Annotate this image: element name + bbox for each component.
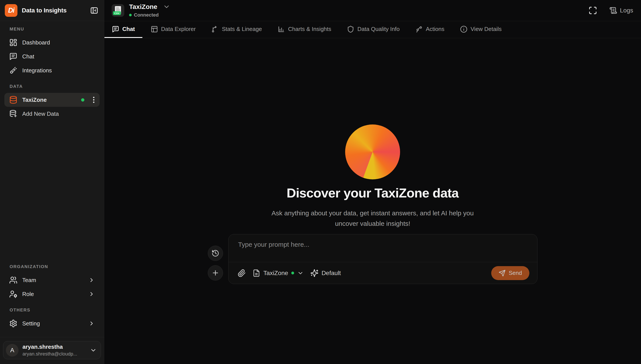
logs-label: Logs xyxy=(620,7,633,14)
section-label-data: DATA xyxy=(10,84,100,89)
app-window: Di Data to Insights MENU Dashboard Chat … xyxy=(0,0,641,364)
model-selector[interactable]: Default xyxy=(310,269,341,277)
sidebar-item-integrations[interactable]: Integrations xyxy=(4,64,100,78)
sidebar-item-setting[interactable]: Setting xyxy=(4,316,100,330)
main-panel: CSV TaxiZone Connected Logs xyxy=(104,0,641,364)
sidebar-nav: MENU Dashboard Chat Integrations DATA Ta… xyxy=(0,21,104,337)
tab-label: Stats & Lineage xyxy=(222,26,262,32)
tab-chat[interactable]: Chat xyxy=(104,21,142,38)
sidebar-item-label: Team xyxy=(22,277,36,284)
section-label-others: OTHERS xyxy=(10,308,100,312)
csv-badge: CSV xyxy=(113,11,121,15)
user-email: aryan.shrestha@cloudp... xyxy=(22,351,86,357)
status-label: Connected xyxy=(134,12,159,18)
data-insights-logo: Di xyxy=(5,4,18,17)
fullscreen-icon[interactable] xyxy=(588,6,597,15)
source-status-dot xyxy=(291,272,294,274)
tab-stats-lineage[interactable]: Stats & Lineage xyxy=(204,21,270,38)
lineage-branch-icon xyxy=(212,26,219,33)
plus-icon xyxy=(212,269,219,277)
history-button[interactable] xyxy=(208,246,223,261)
sidebar-item-label: Role xyxy=(22,291,34,298)
main-header: CSV TaxiZone Connected Logs xyxy=(104,0,641,21)
tab-label: Charts & Insights xyxy=(288,26,331,32)
source-label: TaxiZone xyxy=(264,270,288,276)
kebab-menu-icon[interactable] xyxy=(93,96,95,104)
shield-icon xyxy=(347,26,354,33)
connection-status: Connected xyxy=(129,12,170,18)
dashboard-icon xyxy=(9,38,18,47)
tab-label: Data Explorer xyxy=(161,26,196,32)
tab-charts-insights[interactable]: Charts & Insights xyxy=(270,21,338,38)
tab-data-explorer[interactable]: Data Explorer xyxy=(143,21,203,38)
sidebar-item-label: Setting xyxy=(22,320,40,327)
tab-label: Actions xyxy=(426,26,444,32)
sidebar-item-dashboard[interactable]: Dashboard xyxy=(4,36,100,50)
prompt-input[interactable] xyxy=(228,234,537,262)
tab-label: View Details xyxy=(470,26,502,32)
hero-title: Discover your TaxiZone data xyxy=(287,186,459,200)
chevron-right-icon xyxy=(88,277,95,283)
tab-bar: Chat Data Explorer Stats & Lineage Chart… xyxy=(104,21,641,38)
sidebar-item-role[interactable]: Role xyxy=(4,287,100,301)
sidebar-item-label: Add New Data xyxy=(22,110,59,117)
tab-actions[interactable]: Actions xyxy=(408,21,452,38)
sidebar-item-taxizone[interactable]: TaxiZone xyxy=(4,93,100,107)
user-menu[interactable]: A aryan.shrestha aryan.shrestha@cloudp..… xyxy=(3,341,101,359)
send-label: Send xyxy=(509,270,522,276)
tab-view-details[interactable]: View Details xyxy=(452,21,509,38)
sidebar-item-team[interactable]: Team xyxy=(4,273,100,287)
prompt-toolbar: TaxiZone Default Send xyxy=(228,262,537,284)
info-icon xyxy=(460,26,468,33)
tab-data-quality[interactable]: Data Quality Info xyxy=(340,21,407,38)
table-icon xyxy=(151,26,158,33)
chevron-down-icon xyxy=(90,347,97,354)
prompt-area: TaxiZone Default Send xyxy=(208,234,538,284)
scroll-icon xyxy=(610,6,617,14)
panel-collapse-icon[interactable] xyxy=(90,6,98,14)
tab-label: Data Quality Info xyxy=(357,26,400,32)
sparkles-icon xyxy=(310,269,318,277)
sidebar-header: Di Data to Insights xyxy=(0,0,104,21)
gear-icon xyxy=(9,319,18,328)
actions-branch-icon xyxy=(415,26,423,33)
new-chat-button[interactable] xyxy=(208,265,223,280)
tab-label: Chat xyxy=(122,26,135,32)
chevron-down-icon[interactable] xyxy=(163,3,170,10)
logs-button[interactable]: Logs xyxy=(610,6,633,14)
plug-icon xyxy=(9,66,18,74)
source-selector[interactable]: TaxiZone xyxy=(252,269,304,277)
avatar: A xyxy=(6,344,18,356)
history-icon xyxy=(212,249,219,257)
status-dot xyxy=(129,14,132,16)
hero-subtitle: Ask anything about your data, get instan… xyxy=(269,208,476,229)
sidebar: Di Data to Insights MENU Dashboard Chat … xyxy=(0,0,104,364)
dataset-title: TaxiZone xyxy=(129,3,157,10)
orange-pie-graphic xyxy=(345,124,400,180)
user-name: aryan.shrestha xyxy=(22,344,86,350)
chat-empty-state: Discover your TaxiZone data Ask anything… xyxy=(104,38,641,364)
sidebar-item-label: Dashboard xyxy=(22,39,50,46)
sidebar-item-add-new-data[interactable]: Add New Data xyxy=(4,107,100,121)
chat-bubble-icon xyxy=(9,52,18,60)
brand-title: Data to Insights xyxy=(22,7,90,14)
send-plane-icon xyxy=(499,270,506,276)
bar-chart-icon xyxy=(278,26,285,33)
csv-file-icon: CSV xyxy=(112,4,124,17)
sidebar-item-chat[interactable]: Chat xyxy=(4,50,100,64)
users-icon xyxy=(9,276,18,284)
chevron-down-icon xyxy=(297,270,304,276)
chevron-right-icon xyxy=(88,320,95,327)
connection-status-dot xyxy=(81,98,84,102)
file-text-icon xyxy=(252,269,260,277)
send-button[interactable]: Send xyxy=(491,266,529,280)
prompt-box: TaxiZone Default Send xyxy=(228,234,538,284)
database-icon xyxy=(9,96,18,104)
sidebar-item-label: Chat xyxy=(22,53,34,60)
user-gear-icon xyxy=(9,290,18,298)
paperclip-icon[interactable] xyxy=(238,269,246,277)
sidebar-item-label: TaxiZone xyxy=(22,96,47,103)
sidebar-user-area: A aryan.shrestha aryan.shrestha@cloudp..… xyxy=(0,337,104,364)
chat-bubble-icon xyxy=(112,26,119,33)
model-label: Default xyxy=(322,270,341,276)
